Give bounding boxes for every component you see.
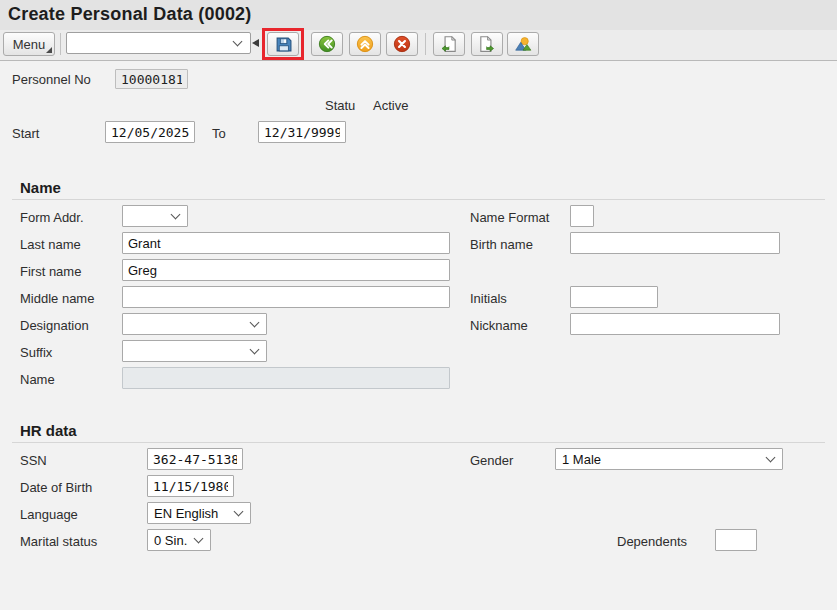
personnel-no-field[interactable] (115, 69, 188, 89)
marital-status-label: Marital status (20, 534, 97, 549)
designation-select[interactable] (122, 313, 267, 335)
personnel-no-label: Personnel No (12, 72, 91, 87)
middle-name-field[interactable] (122, 286, 450, 308)
status-value: Active (373, 98, 408, 113)
language-value: EN English (154, 506, 218, 521)
language-label: Language (20, 507, 78, 522)
dependents-field[interactable] (715, 529, 757, 551)
designation-label: Designation (20, 318, 89, 333)
nickname-field[interactable] (570, 313, 780, 335)
nickname-label: Nickname (470, 318, 528, 333)
form-addr-label: Form Addr. (20, 210, 84, 225)
chevron-down-icon (766, 453, 776, 463)
ssn-label: SSN (20, 453, 47, 468)
command-field[interactable] (66, 32, 251, 54)
section-divider (12, 442, 825, 443)
landscape-image-icon (514, 35, 532, 53)
page-title: Create Personal Data (0002) (8, 4, 252, 25)
first-name-field[interactable] (122, 259, 450, 281)
name-format-field[interactable] (570, 205, 594, 227)
marital-status-value: 0 Sin... (154, 533, 188, 548)
page-arrow-right-icon (478, 35, 496, 53)
chevron-down-icon (194, 534, 204, 544)
chevron-down-icon (250, 345, 260, 355)
menu-button-label: Menu (13, 37, 46, 52)
birth-name-label: Birth name (470, 237, 533, 252)
section-divider (12, 199, 825, 200)
start-label: Start (12, 126, 39, 141)
chevron-down-icon (234, 507, 244, 517)
chevron-down-icon (250, 318, 260, 328)
full-name-field[interactable] (122, 367, 450, 389)
status-label: Statu (325, 98, 355, 113)
name-section-heading: Name (20, 179, 61, 196)
to-label: To (212, 126, 226, 141)
cancel-button[interactable] (386, 32, 418, 56)
back-icon (318, 35, 336, 53)
language-select[interactable]: EN English (147, 502, 251, 524)
gender-value: 1 Male (562, 452, 601, 467)
hr-data-section-heading: HR data (20, 422, 77, 439)
dependents-label: Dependents (617, 534, 687, 549)
save-button[interactable] (267, 32, 299, 56)
export-button[interactable] (471, 32, 503, 56)
collapse-toolbar-arrow-icon[interactable] (252, 39, 259, 47)
chevron-down-icon (171, 210, 181, 220)
sap-create-personal-data-window: Create Personal Data (0002) Menu (0, 0, 837, 610)
birth-name-field[interactable] (570, 232, 780, 254)
first-name-label: First name (20, 264, 81, 279)
title-bar: Create Personal Data (0002) (0, 0, 837, 30)
form-addr-select[interactable] (122, 205, 188, 227)
middle-name-label: Middle name (20, 291, 94, 306)
gender-select[interactable]: 1 Male (555, 448, 783, 470)
marital-status-select[interactable]: 0 Sin... (147, 529, 211, 551)
save-icon (275, 36, 292, 53)
double-chevron-up-icon (356, 35, 374, 53)
suffix-select[interactable] (122, 340, 267, 362)
image-button[interactable] (507, 32, 539, 56)
initials-field[interactable] (570, 286, 658, 308)
menu-button[interactable]: Menu (3, 32, 55, 56)
toolbar-separator (425, 33, 426, 55)
page-arrow-left-icon (440, 35, 458, 53)
ssn-field[interactable] (147, 448, 243, 470)
menu-corner-triangle-icon (46, 47, 52, 53)
cancel-x-icon (393, 35, 411, 53)
gender-label: Gender (470, 453, 513, 468)
initials-label: Initials (470, 291, 507, 306)
toolbar: Menu (0, 30, 837, 61)
exit-up-button[interactable] (349, 32, 381, 56)
to-date-field[interactable] (258, 121, 346, 143)
back-button[interactable] (311, 32, 343, 56)
last-name-label: Last name (20, 237, 81, 252)
date-of-birth-field[interactable] (147, 475, 234, 497)
import-button[interactable] (433, 32, 465, 56)
last-name-field[interactable] (122, 232, 450, 254)
toolbar-separator (60, 33, 61, 55)
suffix-label: Suffix (20, 345, 52, 360)
start-date-field[interactable] (105, 121, 195, 143)
date-of-birth-label: Date of Birth (20, 480, 92, 495)
chevron-down-icon (233, 37, 243, 47)
name-label: Name (20, 372, 55, 387)
name-format-label: Name Format (470, 210, 549, 225)
